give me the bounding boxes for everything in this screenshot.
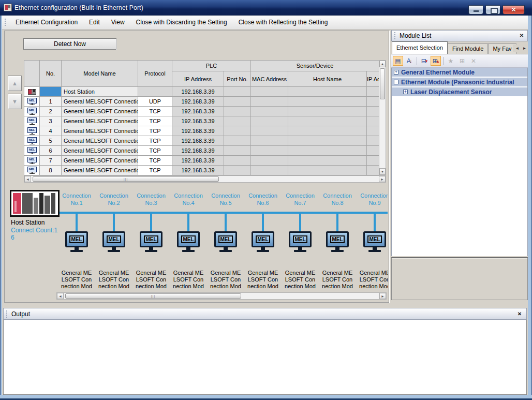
tree-toggle-icon[interactable]: + [403, 90, 408, 94]
table-row[interactable]: MEL Host Station 192.168.3.39 [24, 87, 379, 97]
mac-address-cell[interactable] [251, 136, 288, 146]
no-cell[interactable]: 3 [40, 116, 62, 126]
mel-monitor-icon[interactable]: MEL [140, 231, 162, 252]
port-no-cell[interactable] [224, 107, 251, 116]
mac-address-cell[interactable] [251, 146, 288, 156]
no-cell[interactable]: 5 [40, 136, 62, 146]
module-tree-item[interactable]: - Ethernet Module (Panasonic Industrial [392, 78, 527, 87]
model-name-cell[interactable]: General MELSOFT Connection [62, 107, 138, 116]
protocol-cell[interactable]: UDP [138, 97, 172, 107]
protocol-cell[interactable]: TCP [138, 166, 172, 175]
no-cell[interactable]: 6 [40, 146, 62, 156]
collapse-all-icon[interactable]: ⊟▾ [419, 56, 430, 66]
port-no-cell[interactable] [224, 97, 251, 107]
favorite-star-icon[interactable]: ★ [446, 56, 456, 66]
table-vscroll-thumb[interactable] [380, 68, 385, 99]
menu-item[interactable]: View [106, 17, 130, 28]
no-cell[interactable]: 4 [40, 126, 62, 136]
model-name-cell[interactable]: General MELSOFT Connection [62, 116, 138, 126]
mel-monitor-icon[interactable]: MEL [65, 231, 88, 252]
table-vertical-scrollbar[interactable]: ▲ ▼ [379, 60, 386, 175]
scroll-right-icon[interactable]: ► [379, 293, 386, 299]
host-name-cell[interactable] [288, 146, 367, 156]
mac-address-cell[interactable] [251, 156, 288, 166]
model-name-cell[interactable]: Host Station [62, 87, 138, 97]
ip-address2-cell[interactable] [367, 126, 379, 136]
port-no-cell[interactable] [224, 116, 251, 126]
ip-address-cell[interactable]: 192.168.3.39 [172, 146, 224, 156]
table-horizontal-scrollbar[interactable]: ◄ ||| ► [24, 175, 386, 183]
tree-toggle-icon[interactable]: + [394, 70, 398, 75]
mel-monitor-icon[interactable]: MEL [102, 231, 125, 252]
ip-address2-cell[interactable] [367, 97, 379, 107]
expand-all-icon[interactable]: ⊞▴ [431, 56, 441, 66]
host-name-cell[interactable] [288, 87, 367, 97]
scroll-left-icon[interactable]: ◄ [24, 176, 31, 182]
tab-find-module[interactable]: Find Module [448, 43, 489, 54]
port-no-cell[interactable] [224, 146, 251, 156]
port-no-cell[interactable] [224, 136, 251, 146]
protocol-cell[interactable] [138, 87, 172, 97]
host-name-cell[interactable] [288, 97, 367, 107]
mac-address-cell[interactable] [251, 107, 288, 116]
port-no-cell[interactable] [224, 87, 251, 97]
no-cell[interactable]: 7 [40, 156, 62, 166]
mac-address-cell[interactable] [251, 126, 288, 136]
host-name-cell[interactable] [288, 107, 367, 116]
host-name-cell[interactable] [288, 126, 367, 136]
ip-address-cell[interactable]: 192.168.3.39 [172, 107, 224, 116]
ip-address2-cell[interactable] [367, 156, 379, 166]
sort-az-icon[interactable]: A↓ [404, 56, 415, 66]
diagram-hscroll-thumb[interactable]: ||| [65, 293, 241, 299]
table-row[interactable]: MEL 5 General MELSOFT Connection TCP 192… [24, 136, 379, 146]
ip-address-cell[interactable]: 192.168.3.39 [172, 136, 224, 146]
module-list-close-icon[interactable]: ✕ [518, 32, 525, 39]
diagram-horizontal-scrollbar[interactable]: ◄ ||| ► [56, 292, 387, 300]
table-hscroll-thumb[interactable]: ||| [33, 176, 219, 182]
model-name-cell[interactable]: General MELSOFT Connection [62, 166, 138, 175]
host-name-cell[interactable] [288, 166, 367, 175]
model-name-cell[interactable]: General MELSOFT Connection [62, 146, 138, 156]
ip-address-cell[interactable]: 192.168.3.39 [172, 166, 224, 175]
move-row-down-button[interactable]: ▼ [8, 94, 22, 109]
model-name-cell[interactable]: General MELSOFT Connection [62, 126, 138, 136]
ip-address-cell[interactable]: 192.168.3.39 [172, 97, 224, 107]
close-button[interactable] [503, 5, 525, 14]
ip-address2-cell[interactable] [367, 107, 379, 116]
scroll-right-icon[interactable]: ► [379, 176, 386, 182]
maximize-button[interactable] [485, 5, 500, 14]
menu-item[interactable]: Edit [83, 17, 106, 28]
menu-item[interactable]: Close with Reflecting the Setting [233, 17, 334, 28]
ip-address2-cell[interactable] [367, 146, 379, 156]
mel-monitor-icon[interactable]: MEL [289, 231, 312, 252]
table-row[interactable]: MEL 1 General MELSOFT Connection UDP 192… [24, 97, 379, 107]
host-name-cell[interactable] [288, 116, 367, 126]
protocol-cell[interactable]: TCP [138, 136, 172, 146]
ip-address2-cell[interactable] [367, 116, 379, 126]
tab-my-fav[interactable]: My Fav [488, 43, 516, 54]
table-row[interactable]: MEL 7 General MELSOFT Connection TCP 192… [24, 156, 379, 166]
scroll-up-icon[interactable]: ▲ [379, 61, 386, 67]
add-favorite-icon[interactable]: ⊞ [457, 56, 467, 66]
model-name-cell[interactable]: General MELSOFT Connection [62, 136, 138, 146]
tree-toggle-icon[interactable]: - [394, 80, 398, 84]
host-name-cell[interactable] [288, 136, 367, 146]
delete-icon[interactable]: ✕ [468, 56, 479, 66]
display-order-icon[interactable]: ▤ [393, 56, 403, 66]
no-cell[interactable]: 8 [40, 166, 62, 175]
host-station-image[interactable] [10, 190, 60, 217]
no-cell[interactable] [40, 87, 62, 97]
ip-address-cell[interactable]: 192.168.3.39 [172, 156, 224, 166]
model-name-cell[interactable]: General MELSOFT Connection [62, 97, 138, 107]
mel-monitor-icon[interactable]: MEL [252, 231, 274, 252]
minimize-button[interactable] [468, 5, 483, 14]
model-name-cell[interactable]: General MELSOFT Connection [62, 156, 138, 166]
mac-address-cell[interactable] [251, 87, 288, 97]
move-row-up-button[interactable]: ▲ [8, 76, 22, 91]
mac-address-cell[interactable] [251, 97, 288, 107]
mel-monitor-icon[interactable]: MEL [214, 231, 237, 252]
port-no-cell[interactable] [224, 126, 251, 136]
protocol-cell[interactable]: TCP [138, 146, 172, 156]
mel-monitor-icon[interactable]: MEL [177, 231, 200, 252]
mel-monitor-icon[interactable]: MEL [363, 231, 386, 252]
